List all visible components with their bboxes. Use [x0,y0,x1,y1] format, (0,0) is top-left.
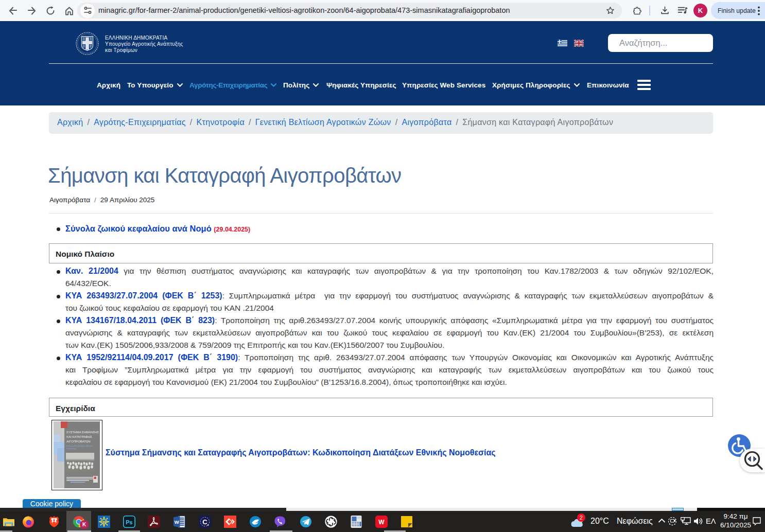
svg-text:Ps: Ps [126,519,132,525]
svg-text:ΚΑΙ ΚΑΤΑΓΡΑΦΗΣ: ΚΑΙ ΚΑΤΑΓΡΑΦΗΣ [66,435,92,438]
svg-text:W: W [175,519,180,525]
svg-text:ΣΥΣΤΗΜΑ ΣΗΜΑΝΣΗΣ: ΣΥΣΤΗΜΑ ΣΗΜΑΝΣΗΣ [66,431,99,434]
svg-text:H: H [102,520,106,525]
svg-text:Νομοθεσίας: Νομοθεσίας [66,448,76,450]
svg-text:C: C [202,518,207,526]
svg-text:ΑΙΓΟΠΡΟΒΑΤΩΝ: ΑΙΓΟΠΡΟΒΑΤΩΝ [66,440,91,443]
svg-text:W: W [378,519,385,526]
svg-text:Κωδικοποίηση Διατάξεων Εθνικής: Κωδικοποίηση Διατάξεων Εθνικής [66,445,93,447]
